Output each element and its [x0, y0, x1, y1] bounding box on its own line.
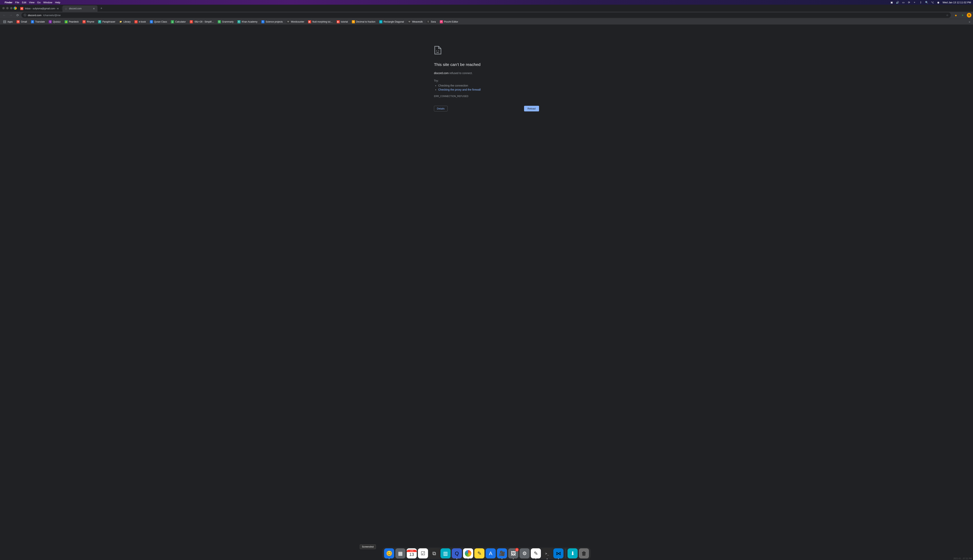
dock-trash[interactable]: 🗑 — [579, 548, 589, 558]
bookmark-khan[interactable]: KKhan Academy — [236, 20, 259, 24]
dock-downloads[interactable]: ⬇ — [568, 548, 578, 558]
dock-quicktime[interactable]: Q — [452, 548, 462, 558]
video-icon[interactable]: ▣ — [890, 1, 893, 4]
bookmark-translate[interactable]: 文Translate — [29, 20, 47, 24]
broken-favicon-icon: ◌ — [64, 7, 67, 10]
menu-window[interactable]: Window — [43, 1, 52, 4]
bookmark-gmail[interactable]: MGmail — [15, 20, 28, 24]
profile-avatar[interactable]: S — [967, 13, 971, 18]
macos-menubar: Finder File Edit View Go Window Help ▣ 🔊… — [0, 0, 973, 5]
dock-reminders[interactable]: ☑ — [418, 548, 428, 558]
gear-icon: ⚙ — [522, 550, 527, 557]
bookmark-science[interactable]: SScience projects — [260, 20, 284, 24]
menu-go[interactable]: Go — [37, 1, 40, 4]
bookmark-apps[interactable]: ⋮⋮Apps — [2, 20, 14, 24]
bookmark-paraphraser[interactable]: PParaphraser — [97, 20, 117, 24]
bluetooth-icon[interactable]: ᛒ — [919, 1, 923, 4]
menubar-clock[interactable]: Wed Jan 13 12:11:02 PM — [943, 1, 971, 4]
dock-settings[interactable]: ⚙ — [520, 548, 530, 558]
forward-button[interactable]: → — [8, 12, 13, 18]
bookmarks-overflow-icon[interactable]: » — [968, 20, 971, 23]
chrome-window: M Inbox - sufyisma@gmail.com - ✕ ◌ disco… — [0, 5, 973, 560]
screenshot-icon: ⧉ — [432, 550, 436, 557]
bookmark-decimal[interactable]: ½Decimal to fraction — [350, 20, 377, 24]
dock-screenshot[interactable]: ⧉ — [429, 548, 440, 558]
bookmark-label: Quran Class — [154, 20, 167, 23]
details-button[interactable]: Details — [434, 106, 448, 112]
dock-appstore[interactable]: A — [486, 548, 496, 558]
extensions-menu-icon[interactable]: ✦ — [960, 13, 965, 18]
gmail-favicon-icon: M — [20, 7, 23, 10]
bookmark-library[interactable]: 📁Library — [117, 20, 132, 24]
back-button[interactable]: ← — [2, 12, 7, 18]
dock-terminal[interactable]: >_ — [542, 548, 552, 558]
calendar-month-label: JAN — [407, 550, 417, 552]
gmail-icon: M — [17, 20, 20, 23]
extension-icon[interactable]: ◆ — [953, 13, 958, 18]
bookmark-label: Library — [124, 20, 130, 23]
error-refused-text: refused to connect. — [448, 72, 473, 75]
bookmark-peardeck[interactable]: 🍐Peardeck — [63, 20, 80, 24]
bookmark-quizizz[interactable]: QQuizizz — [47, 20, 62, 24]
bookmark-calculator[interactable]: ∑Calculator — [169, 20, 187, 24]
reload-page-button[interactable]: Reload — [524, 106, 539, 112]
dock-textedit[interactable]: ✎ — [531, 548, 541, 558]
reminders-icon: ☑ — [421, 550, 425, 557]
control-center-icon[interactable]: ⌥ — [931, 1, 934, 4]
menu-help[interactable]: Help — [55, 1, 60, 4]
bookmark-star-icon[interactable]: ☆ — [946, 14, 948, 17]
minimize-window-button[interactable] — [6, 7, 8, 9]
siri-icon[interactable]: ◉ — [937, 1, 940, 4]
dock-chrome[interactable] — [463, 548, 473, 558]
bookmark-symbolab[interactable]: S-56z+28 - Simplif… — [188, 20, 216, 24]
bookmark-tutorial[interactable]: ▶tutorial — [335, 20, 349, 24]
suggestion-check-connection: Checking the connection — [438, 83, 539, 88]
wifi-icon[interactable]: ᯤ — [913, 1, 916, 4]
folder-icon: 📁 — [119, 20, 122, 23]
bookmark-fluid-tut[interactable]: ▶fluid morphing tut… — [306, 20, 334, 24]
tab-gmail[interactable]: M Inbox - sufyisma@gmail.com - ✕ — [18, 5, 62, 12]
volume-icon[interactable]: 🔊 — [896, 1, 899, 4]
dock-preview[interactable]: 🖼1 — [508, 548, 518, 558]
suggestion-proxy-firewall-link[interactable]: Checking the proxy and the firewall — [438, 88, 481, 91]
menu-file[interactable]: File — [15, 1, 19, 4]
bookmark-rectangle[interactable]: ▭Rectangle Diagonal — [378, 20, 406, 24]
bookmark-wordcounter[interactable]: WWordcounter — [285, 20, 306, 24]
fullscreen-window-button[interactable] — [10, 7, 12, 9]
menu-view[interactable]: View — [29, 1, 34, 4]
dock-trello[interactable]: ▥ — [441, 548, 451, 558]
running-indicator-icon — [468, 558, 468, 559]
menu-edit[interactable]: Edit — [22, 1, 26, 4]
address-bar[interactable]: ⓘ discord.com/channels/@me ☆ — [22, 12, 951, 18]
dock-badge: 1 — [515, 548, 519, 552]
close-window-button[interactable] — [2, 7, 5, 9]
reload-button[interactable]: ⟳ — [15, 12, 20, 18]
bookmark-rhyme[interactable]: RRhyme — [81, 20, 96, 24]
browser-toolbar: ← → ⟳ ⓘ discord.com/channels/@me ☆ ◆ ✦ S — [0, 12, 973, 19]
site-info-icon[interactable]: ⓘ — [24, 13, 26, 17]
close-tab-icon[interactable]: ✕ — [92, 7, 95, 10]
spotlight-icon[interactable]: 🔍 — [925, 1, 928, 4]
display-icon[interactable]: ▭ — [902, 1, 905, 4]
bookmark-grammarly[interactable]: GGrammarly — [216, 20, 235, 24]
textedit-icon: ✎ — [534, 550, 538, 557]
bookmark-label: e-book — [139, 20, 146, 23]
bookmark-sora[interactable]: SSora — [425, 20, 437, 24]
updates-icon[interactable]: ⟳ — [908, 1, 911, 4]
bookmark-quran[interactable]: QQuran Class — [148, 20, 169, 24]
bookmark-weavesilk[interactable]: WWeavesilk — [406, 20, 424, 24]
dock-calendar[interactable]: JAN 13 — [407, 548, 417, 558]
dock-vscode[interactable]: ⋈ — [553, 548, 563, 558]
chrome-error-card: This site can’t be reached discord.com r… — [434, 46, 539, 560]
dock-zoom[interactable]: 🎥 — [497, 548, 507, 558]
bookmark-ebook[interactable]: ee-book — [133, 20, 147, 24]
tab-discord[interactable]: ◌ discord.com ✕ — [62, 5, 97, 12]
new-tab-button[interactable]: ＋ — [99, 5, 104, 11]
dock-launchpad[interactable]: ▦ — [395, 548, 406, 558]
menubar-app-name[interactable]: Finder — [5, 1, 12, 4]
bookmark-picsart[interactable]: PPicsArt Editor — [438, 20, 460, 24]
close-tab-icon[interactable]: ✕ — [57, 7, 60, 10]
dock-finder[interactable]: 😊 — [384, 548, 394, 558]
dock-notes[interactable]: ✎ — [475, 548, 485, 558]
grammarly-icon: G — [218, 20, 221, 23]
